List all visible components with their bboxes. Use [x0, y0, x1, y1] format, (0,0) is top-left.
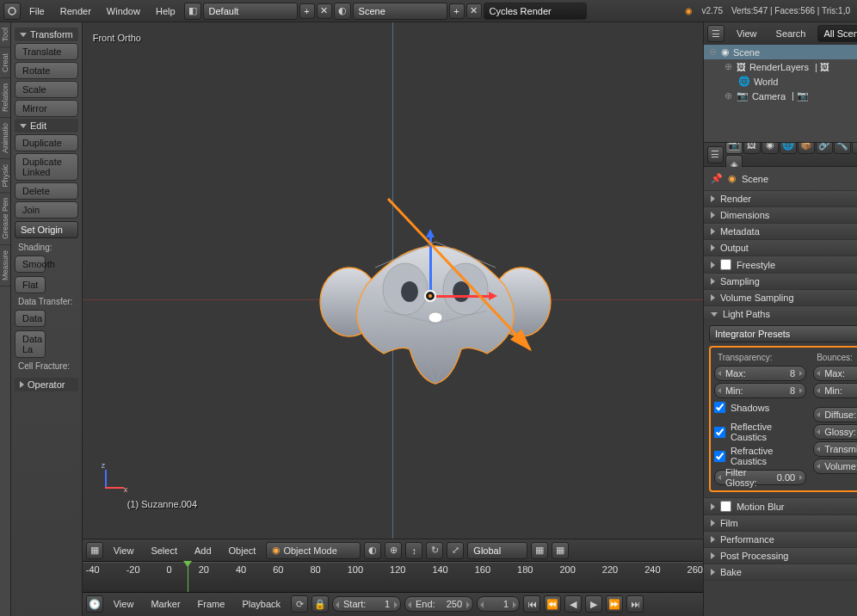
- edit-header[interactable]: Edit: [15, 119, 78, 132]
- glossy-bounces-field[interactable]: Glossy:4: [813, 424, 857, 440]
- operator-header[interactable]: Operator: [15, 378, 78, 391]
- scene-del-icon[interactable]: ✕: [466, 3, 482, 19]
- scene-dropdown[interactable]: Scene: [353, 3, 447, 20]
- engine-dropdown[interactable]: Cycles Render: [484, 3, 587, 20]
- panel-performance[interactable]: Performance: [704, 532, 857, 547]
- volume-bounces-field[interactable]: Volume:0: [813, 459, 857, 474]
- out-menu-view[interactable]: View: [730, 27, 764, 40]
- tab-animation[interactable]: Animatio: [0, 118, 10, 159]
- render-tab-icon[interactable]: 📷: [725, 143, 743, 154]
- vp-menu-object[interactable]: Object: [222, 544, 263, 557]
- translate-button[interactable]: Translate: [15, 43, 78, 60]
- duplicate-button[interactable]: Duplicate: [15, 134, 78, 151]
- orientation-dropdown[interactable]: Global: [467, 542, 527, 559]
- tab-physics[interactable]: Physic: [0, 159, 10, 194]
- layout-add-icon[interactable]: +: [299, 3, 315, 19]
- tl-menu-view[interactable]: View: [107, 597, 141, 611]
- tab-tool[interactable]: Tool: [0, 22, 10, 48]
- jump-start-icon[interactable]: ⏮: [523, 595, 540, 613]
- layout-del-icon[interactable]: ✕: [317, 3, 332, 19]
- duplicate-linked-button[interactable]: Duplicate Linked: [15, 153, 78, 181]
- menu-file[interactable]: File: [22, 4, 52, 18]
- outliner-row-camera[interactable]: ⊕📷 Camera | 📷👁 ↖ 📷: [704, 89, 857, 103]
- world-tab-icon[interactable]: 🌐: [780, 143, 797, 154]
- smooth-button[interactable]: Smooth: [15, 256, 46, 273]
- join-button[interactable]: Join: [15, 201, 78, 219]
- pivot-icon[interactable]: ⊕: [385, 542, 402, 559]
- integrator-presets-dropdown[interactable]: Integrator Presets: [709, 325, 857, 342]
- manipulator-rotate-icon[interactable]: ↻: [426, 542, 443, 559]
- renderlayers-tab-icon[interactable]: 🖼: [743, 143, 761, 154]
- bounces-min-field[interactable]: Min:3: [813, 383, 857, 398]
- panel-post-processing[interactable]: Post Processing: [704, 548, 857, 564]
- tab-measure[interactable]: Measure: [0, 245, 10, 286]
- modifiers-tab-icon[interactable]: 🔧: [834, 143, 851, 154]
- out-menu-search[interactable]: Search: [769, 27, 813, 40]
- layout-prev-icon[interactable]: ◧: [184, 3, 201, 20]
- view3d-editor-icon[interactable]: ▦: [86, 542, 103, 559]
- tab-create[interactable]: Creat: [0, 48, 10, 78]
- suzanne-mesh[interactable]: [315, 216, 556, 405]
- bounces-max-field[interactable]: Max:12: [813, 366, 857, 381]
- end-frame-field[interactable]: End:250: [404, 596, 473, 612]
- sync-icon[interactable]: ⟳: [291, 595, 308, 613]
- panel-output[interactable]: Output: [704, 240, 857, 256]
- scale-button[interactable]: Scale: [15, 81, 78, 98]
- timeline-track[interactable]: -40-200204060801001201401601802002202402…: [83, 562, 703, 593]
- editor-type-icon[interactable]: [3, 3, 21, 20]
- manipulator-move-icon[interactable]: ↕: [405, 542, 422, 559]
- timeline-editor-icon[interactable]: 🕑: [86, 595, 103, 613]
- menu-help[interactable]: Help: [149, 4, 182, 18]
- data-layout-button[interactable]: Data La: [15, 330, 46, 358]
- menu-render[interactable]: Render: [53, 4, 98, 18]
- tab-grease[interactable]: Grease Pen: [0, 193, 10, 245]
- keyframe-next-icon[interactable]: ⏩: [606, 595, 623, 613]
- filter-glossy-field[interactable]: Filter Glossy:0.00: [714, 470, 806, 485]
- outliner-row-scene[interactable]: ⊖◉ Scene: [704, 45, 857, 59]
- jump-end-icon[interactable]: ⏭: [626, 595, 644, 613]
- play-icon[interactable]: ▶: [585, 595, 602, 613]
- scene-icon[interactable]: ◐: [334, 3, 351, 20]
- reflective-caustics-checkbox[interactable]: [714, 427, 725, 438]
- play-reverse-icon[interactable]: ◀: [564, 595, 582, 613]
- scene-add-icon[interactable]: +: [449, 3, 465, 19]
- menu-window[interactable]: Window: [100, 4, 147, 18]
- tl-menu-frame[interactable]: Frame: [191, 597, 232, 611]
- data-button[interactable]: Data: [15, 310, 46, 327]
- timeline-cursor[interactable]: [188, 563, 188, 592]
- object-tab-icon[interactable]: 📦: [798, 143, 815, 154]
- panel-bake[interactable]: Bake: [704, 564, 857, 580]
- props-editor-icon[interactable]: ☰: [707, 146, 724, 163]
- flat-button[interactable]: Flat: [15, 276, 46, 293]
- pin-icon[interactable]: 📌: [711, 173, 723, 184]
- panel-volume-sampling[interactable]: Volume Sampling: [704, 290, 857, 305]
- panel-render[interactable]: Render: [704, 191, 857, 206]
- current-frame-field[interactable]: 1: [477, 596, 520, 612]
- panel-light-paths[interactable]: Light Paths: [704, 306, 857, 322]
- refractive-caustics-checkbox[interactable]: [714, 451, 725, 462]
- lock-icon[interactable]: 🔒: [311, 595, 329, 613]
- vp-menu-select[interactable]: Select: [144, 544, 184, 557]
- tl-menu-marker[interactable]: Marker: [144, 597, 187, 611]
- mirror-button[interactable]: Mirror: [15, 100, 78, 117]
- scene-tab-icon[interactable]: ◉: [761, 143, 779, 154]
- panel-motion-blur[interactable]: Motion Blur: [704, 498, 857, 514]
- layers-icon[interactable]: ▦: [531, 542, 548, 559]
- rotate-button[interactable]: Rotate: [15, 62, 78, 79]
- layout-dropdown[interactable]: Default: [203, 3, 298, 20]
- transmission-bounces-field[interactable]: Transmission:12: [813, 441, 857, 457]
- delete-button[interactable]: Delete: [15, 182, 78, 200]
- panel-metadata[interactable]: Metadata: [704, 224, 857, 239]
- panel-film[interactable]: Film: [704, 515, 857, 531]
- keyframe-prev-icon[interactable]: ⏪: [544, 595, 561, 613]
- outliner-filter-dropdown[interactable]: All Scenes: [817, 25, 857, 42]
- freestyle-checkbox[interactable]: [720, 259, 731, 270]
- transform-header[interactable]: Transform: [15, 28, 78, 41]
- diffuse-bounces-field[interactable]: Diffuse:4: [813, 407, 857, 422]
- outliner-tree[interactable]: ⊖◉ Scene ⊕🖼 RenderLayers | 🖼 🌐 World ⊕📷 …: [704, 45, 857, 142]
- tl-menu-playback[interactable]: Playback: [235, 597, 287, 611]
- tab-relations[interactable]: Relation: [0, 78, 10, 118]
- data-tab-icon[interactable]: ▽: [852, 143, 857, 154]
- shadows-checkbox[interactable]: [714, 402, 725, 413]
- layers2-icon[interactable]: ▦: [552, 542, 569, 559]
